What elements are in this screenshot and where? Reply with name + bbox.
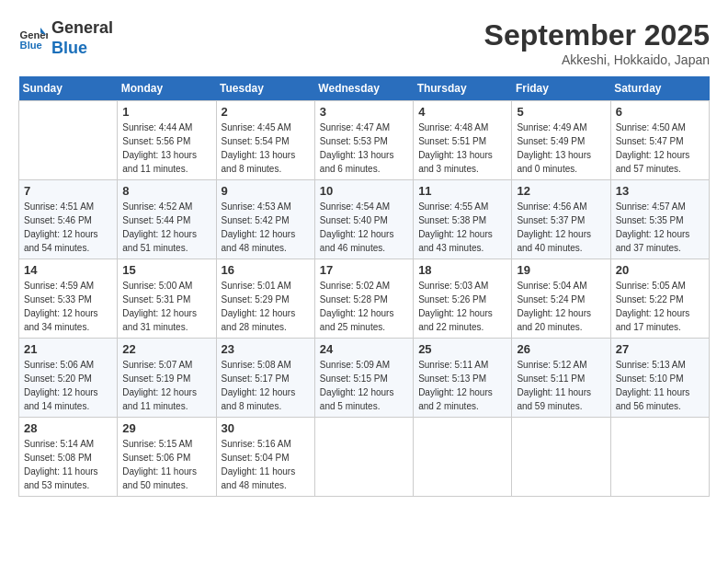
calendar-cell: 4Sunrise: 4:48 AMSunset: 5:51 PMDaylight… xyxy=(414,101,512,180)
day-info: Sunrise: 4:52 AMSunset: 5:44 PMDaylight:… xyxy=(122,200,210,255)
calendar-cell: 14Sunrise: 4:59 AMSunset: 5:33 PMDayligh… xyxy=(19,259,118,339)
day-info: Sunrise: 4:47 AMSunset: 5:53 PMDaylight:… xyxy=(320,121,408,176)
day-info: Sunrise: 4:48 AMSunset: 5:51 PMDaylight:… xyxy=(418,121,506,176)
week-row-3: 14Sunrise: 4:59 AMSunset: 5:33 PMDayligh… xyxy=(19,259,710,339)
calendar-cell: 11Sunrise: 4:55 AMSunset: 5:38 PMDayligh… xyxy=(414,180,512,259)
page-header: General Blue General Blue September 2025… xyxy=(18,18,710,67)
day-info: Sunrise: 5:02 AMSunset: 5:28 PMDaylight:… xyxy=(320,279,408,334)
calendar-cell: 17Sunrise: 5:02 AMSunset: 5:28 PMDayligh… xyxy=(314,259,413,339)
day-header-tuesday: Tuesday xyxy=(216,76,314,101)
day-info: Sunrise: 4:49 AMSunset: 5:49 PMDaylight:… xyxy=(517,121,605,176)
calendar-header-row: SundayMondayTuesdayWednesdayThursdayFrid… xyxy=(19,76,710,101)
day-number: 24 xyxy=(320,342,408,356)
day-info: Sunrise: 5:05 AMSunset: 5:22 PMDaylight:… xyxy=(616,279,704,334)
day-header-saturday: Saturday xyxy=(610,76,709,101)
logo: General Blue General Blue xyxy=(18,18,113,58)
week-row-2: 7Sunrise: 4:51 AMSunset: 5:46 PMDaylight… xyxy=(19,180,710,259)
calendar-cell: 5Sunrise: 4:49 AMSunset: 5:49 PMDaylight… xyxy=(512,101,610,180)
calendar-cell xyxy=(314,418,413,497)
calendar-cell: 29Sunrise: 5:15 AMSunset: 5:06 PMDayligh… xyxy=(118,418,216,497)
calendar-cell: 15Sunrise: 5:00 AMSunset: 5:31 PMDayligh… xyxy=(118,259,216,339)
calendar-cell: 25Sunrise: 5:11 AMSunset: 5:13 PMDayligh… xyxy=(414,339,512,418)
day-info: Sunrise: 4:51 AMSunset: 5:46 PMDaylight:… xyxy=(24,200,112,255)
day-header-monday: Monday xyxy=(118,76,216,101)
calendar-cell: 20Sunrise: 5:05 AMSunset: 5:22 PMDayligh… xyxy=(610,259,709,339)
day-number: 2 xyxy=(222,105,310,119)
day-number: 19 xyxy=(517,263,605,277)
calendar-cell: 19Sunrise: 5:04 AMSunset: 5:24 PMDayligh… xyxy=(512,259,610,339)
day-number: 4 xyxy=(418,105,506,119)
day-info: Sunrise: 4:53 AMSunset: 5:42 PMDaylight:… xyxy=(222,200,310,255)
calendar-cell: 28Sunrise: 5:14 AMSunset: 5:08 PMDayligh… xyxy=(19,418,118,497)
day-number: 6 xyxy=(616,105,704,119)
calendar-cell: 7Sunrise: 4:51 AMSunset: 5:46 PMDaylight… xyxy=(19,180,118,259)
day-info: Sunrise: 5:07 AMSunset: 5:19 PMDaylight:… xyxy=(122,358,210,413)
day-number: 3 xyxy=(320,105,408,119)
calendar-cell: 12Sunrise: 4:56 AMSunset: 5:37 PMDayligh… xyxy=(512,180,610,259)
day-number: 9 xyxy=(222,184,310,198)
day-info: Sunrise: 4:50 AMSunset: 5:47 PMDaylight:… xyxy=(616,121,704,176)
day-number: 1 xyxy=(122,105,210,119)
day-number: 15 xyxy=(122,263,210,277)
day-info: Sunrise: 5:03 AMSunset: 5:26 PMDaylight:… xyxy=(418,279,506,334)
day-header-wednesday: Wednesday xyxy=(314,76,413,101)
calendar-cell: 13Sunrise: 4:57 AMSunset: 5:35 PMDayligh… xyxy=(610,180,709,259)
calendar-cell: 1Sunrise: 4:44 AMSunset: 5:56 PMDaylight… xyxy=(118,101,216,180)
calendar-cell: 27Sunrise: 5:13 AMSunset: 5:10 PMDayligh… xyxy=(610,339,709,418)
calendar-cell xyxy=(414,418,512,497)
day-number: 25 xyxy=(418,342,506,356)
day-number: 22 xyxy=(122,342,210,356)
logo-text: General Blue xyxy=(51,18,113,58)
day-info: Sunrise: 5:15 AMSunset: 5:06 PMDaylight:… xyxy=(122,437,210,492)
day-number: 18 xyxy=(418,263,506,277)
day-info: Sunrise: 5:09 AMSunset: 5:15 PMDaylight:… xyxy=(320,358,408,413)
calendar-cell: 18Sunrise: 5:03 AMSunset: 5:26 PMDayligh… xyxy=(414,259,512,339)
day-number: 10 xyxy=(320,184,408,198)
logo-icon: General Blue xyxy=(18,24,48,53)
day-info: Sunrise: 5:08 AMSunset: 5:17 PMDaylight:… xyxy=(222,358,310,413)
day-number: 16 xyxy=(222,263,310,277)
day-number: 27 xyxy=(616,342,704,356)
day-number: 11 xyxy=(418,184,506,198)
month-title: September 2025 xyxy=(484,18,710,52)
day-info: Sunrise: 4:54 AMSunset: 5:40 PMDaylight:… xyxy=(320,200,408,255)
calendar-cell xyxy=(19,101,118,180)
calendar-cell: 30Sunrise: 5:16 AMSunset: 5:04 PMDayligh… xyxy=(216,418,314,497)
day-info: Sunrise: 4:59 AMSunset: 5:33 PMDaylight:… xyxy=(24,279,112,334)
calendar-cell: 6Sunrise: 4:50 AMSunset: 5:47 PMDaylight… xyxy=(610,101,709,180)
week-row-1: 1Sunrise: 4:44 AMSunset: 5:56 PMDaylight… xyxy=(19,101,710,180)
day-number: 30 xyxy=(222,421,310,435)
day-number: 7 xyxy=(24,184,112,198)
day-number: 21 xyxy=(24,342,112,356)
calendar-cell xyxy=(610,418,709,497)
week-row-4: 21Sunrise: 5:06 AMSunset: 5:20 PMDayligh… xyxy=(19,339,710,418)
day-info: Sunrise: 4:56 AMSunset: 5:37 PMDaylight:… xyxy=(517,200,605,255)
calendar-cell: 8Sunrise: 4:52 AMSunset: 5:44 PMDaylight… xyxy=(118,180,216,259)
calendar-cell: 26Sunrise: 5:12 AMSunset: 5:11 PMDayligh… xyxy=(512,339,610,418)
calendar-cell: 2Sunrise: 4:45 AMSunset: 5:54 PMDaylight… xyxy=(216,101,314,180)
day-number: 23 xyxy=(222,342,310,356)
day-info: Sunrise: 5:13 AMSunset: 5:10 PMDaylight:… xyxy=(616,358,704,413)
day-info: Sunrise: 4:44 AMSunset: 5:56 PMDaylight:… xyxy=(122,121,210,176)
day-info: Sunrise: 4:45 AMSunset: 5:54 PMDaylight:… xyxy=(222,121,310,176)
day-number: 8 xyxy=(122,184,210,198)
day-number: 20 xyxy=(616,263,704,277)
day-number: 12 xyxy=(517,184,605,198)
day-info: Sunrise: 5:06 AMSunset: 5:20 PMDaylight:… xyxy=(24,358,112,413)
day-number: 29 xyxy=(122,421,210,435)
day-info: Sunrise: 4:57 AMSunset: 5:35 PMDaylight:… xyxy=(616,200,704,255)
day-number: 14 xyxy=(24,263,112,277)
location: Akkeshi, Hokkaido, Japan xyxy=(484,52,710,67)
calendar-cell: 21Sunrise: 5:06 AMSunset: 5:20 PMDayligh… xyxy=(19,339,118,418)
day-info: Sunrise: 5:16 AMSunset: 5:04 PMDaylight:… xyxy=(222,437,310,492)
calendar-cell: 24Sunrise: 5:09 AMSunset: 5:15 PMDayligh… xyxy=(314,339,413,418)
day-number: 28 xyxy=(24,421,112,435)
calendar-cell: 23Sunrise: 5:08 AMSunset: 5:17 PMDayligh… xyxy=(216,339,314,418)
calendar-cell: 9Sunrise: 4:53 AMSunset: 5:42 PMDaylight… xyxy=(216,180,314,259)
calendar-table: SundayMondayTuesdayWednesdayThursdayFrid… xyxy=(18,76,710,497)
svg-text:Blue: Blue xyxy=(20,40,42,51)
title-block: September 2025 Akkeshi, Hokkaido, Japan xyxy=(484,18,710,67)
svg-text:General: General xyxy=(20,29,48,40)
calendar-cell: 3Sunrise: 4:47 AMSunset: 5:53 PMDaylight… xyxy=(314,101,413,180)
day-header-thursday: Thursday xyxy=(414,76,512,101)
